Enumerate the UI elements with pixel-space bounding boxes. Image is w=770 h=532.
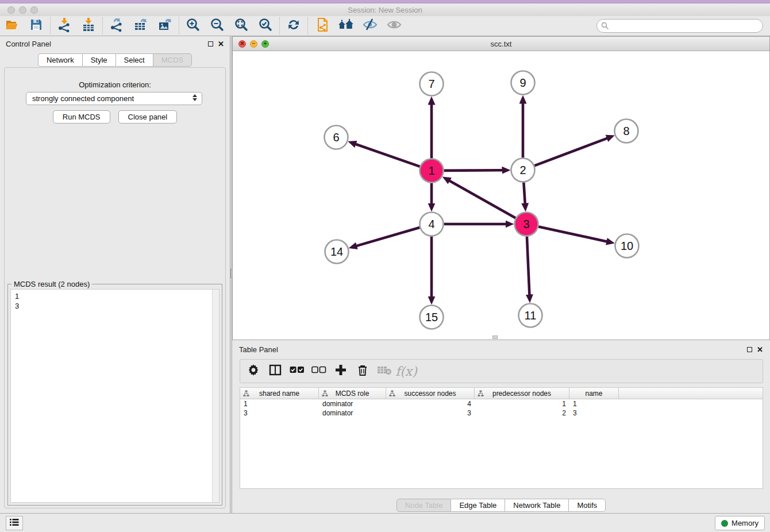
delete-columns-button[interactable] <box>353 361 372 381</box>
status-bar: Memory <box>0 513 770 532</box>
network-graph[interactable]: 7968124314101511 <box>233 51 769 340</box>
mcds-result-lines: 1 3 <box>11 290 219 311</box>
zoom-out-icon <box>210 17 225 34</box>
result-scrollbar[interactable] <box>212 290 219 502</box>
network-file-icon <box>314 17 330 35</box>
node-label-4: 4 <box>428 218 434 230</box>
import-network-icon <box>57 17 72 34</box>
memory-button[interactable]: Memory <box>715 516 765 530</box>
fx-icon: f(x) <box>395 364 417 379</box>
search-input[interactable] <box>596 19 763 33</box>
first-neighbors-button[interactable] <box>334 17 358 35</box>
run-mcds-button[interactable]: Run MCDS <box>53 110 110 124</box>
hide-selected-button[interactable] <box>358 17 382 35</box>
application-window: Session: New Session <box>0 0 770 532</box>
network-window-title: scc.txt <box>233 40 769 48</box>
search-field-wrap <box>596 19 763 33</box>
edge-1-2[interactable] <box>444 170 502 171</box>
table-cell: dominator <box>319 408 386 418</box>
zoom-out-button[interactable] <box>205 17 229 35</box>
column-label: successor nodes <box>404 390 456 398</box>
column-label: predecessor nodes <box>492 390 551 398</box>
table-cell: 1 <box>475 399 569 408</box>
edge-2-3[interactable] <box>523 182 525 203</box>
refresh-layout-button[interactable] <box>282 17 306 35</box>
save-session-button[interactable] <box>24 17 48 35</box>
column-header-predecessor-nodes[interactable]: predecessor nodes <box>475 388 569 399</box>
close-panel-icon[interactable]: ✕ <box>218 40 224 48</box>
edge-4-14[interactable] <box>356 228 419 246</box>
new-network-from-selection-button[interactable] <box>310 17 334 35</box>
float-panel-icon[interactable] <box>208 41 213 47</box>
zoom-selected-button[interactable] <box>253 17 278 35</box>
select-all-columns-button[interactable] <box>287 361 307 381</box>
float-table-panel-icon[interactable] <box>747 347 752 352</box>
zoom-fit-button[interactable] <box>229 17 253 35</box>
column-header-mcds-role[interactable]: MCDS role <box>319 388 386 399</box>
export-network-icon <box>109 17 124 34</box>
table-cell: 3 <box>240 408 319 418</box>
column-header-shared-name[interactable]: shared name <box>240 388 319 399</box>
edge-2-8[interactable] <box>534 138 607 166</box>
node-label-8: 8 <box>623 125 629 137</box>
zoom-in-button[interactable] <box>181 17 205 35</box>
column-header-successor-nodes[interactable]: successor nodes <box>386 388 475 399</box>
network-window-titlebar[interactable]: ✕ − + scc.txt <box>233 37 769 51</box>
add-column-button[interactable] <box>331 361 351 381</box>
edge-3-1[interactable] <box>449 180 515 218</box>
tab-network-table[interactable]: Network Table <box>505 499 569 512</box>
edge-1-6[interactable] <box>356 144 420 167</box>
node-label-9: 9 <box>519 76 526 89</box>
table-panel-tabs: Node TableEdge TableNetwork TableMotifs <box>232 499 770 512</box>
column-header-name[interactable]: name <box>569 388 619 399</box>
tab-motifs[interactable]: Motifs <box>569 499 606 512</box>
unchecked-boxes-icon <box>311 366 326 376</box>
close-table-panel-icon[interactable]: ✕ <box>757 346 763 353</box>
table-cell: dominator <box>319 399 386 408</box>
criterion-value: strongly connected component <box>32 94 134 103</box>
tab-node-table[interactable]: Node Table <box>396 499 452 512</box>
edge-3-11[interactable] <box>527 236 529 295</box>
network-canvas[interactable]: 7968124314101511 <box>233 51 769 340</box>
export-network-button[interactable] <box>105 17 129 35</box>
import-network-button[interactable] <box>52 17 76 35</box>
open-folder-icon <box>5 17 20 34</box>
houses-icon <box>337 17 355 34</box>
eye-slash-icon <box>362 17 378 34</box>
optimization-criterion-label: Optimization criterion: <box>5 80 225 89</box>
deselect-all-columns-button[interactable] <box>309 361 329 381</box>
close-panel-button[interactable]: Close panel <box>118 110 178 124</box>
task-history-button[interactable] <box>6 516 23 530</box>
mcds-result-area[interactable]: 1 3 <box>10 289 220 503</box>
show-all-button[interactable] <box>382 17 406 35</box>
table-cell: 2 <box>475 408 569 418</box>
horizontal-splitter-handle[interactable] <box>492 336 498 339</box>
column-view-button[interactable] <box>265 361 285 381</box>
tab-network[interactable]: Network <box>38 53 83 67</box>
node-label-1: 1 <box>428 164 434 177</box>
function-builder-button[interactable]: f(x) <box>396 361 416 381</box>
control-panel-title: Control Panel <box>6 40 51 48</box>
table-cell: 1 <box>240 399 319 408</box>
table-row[interactable]: 1dominator411 <box>240 399 763 408</box>
tab-edge-table[interactable]: Edge Table <box>451 499 505 512</box>
mcds-result-title: MCDS result (2 nodes) <box>11 280 92 288</box>
tab-mcds[interactable]: MCDS <box>153 53 192 67</box>
window-title: Session: New Session <box>0 6 770 14</box>
open-session-button[interactable] <box>0 17 24 35</box>
edge-3-10[interactable] <box>538 227 607 242</box>
checked-boxes-icon <box>290 366 305 376</box>
import-table-button[interactable] <box>76 17 101 35</box>
control-panel-tabs: NetworkStyleSelectMCDS <box>0 53 230 67</box>
tab-select[interactable]: Select <box>116 53 153 67</box>
export-table-button[interactable] <box>129 17 153 35</box>
export-image-button[interactable] <box>153 17 177 35</box>
toolbar-separator <box>307 17 308 34</box>
tab-style[interactable]: Style <box>83 53 116 67</box>
criterion-select[interactable]: strongly connected component <box>26 92 202 105</box>
node-label-6: 6 <box>333 131 339 144</box>
table-options-button[interactable] <box>244 361 263 381</box>
delete-table-button[interactable] <box>375 361 394 381</box>
table-row[interactable]: 3dominator323 <box>240 408 763 418</box>
table-panel-header: Table Panel ✕ <box>232 342 770 357</box>
